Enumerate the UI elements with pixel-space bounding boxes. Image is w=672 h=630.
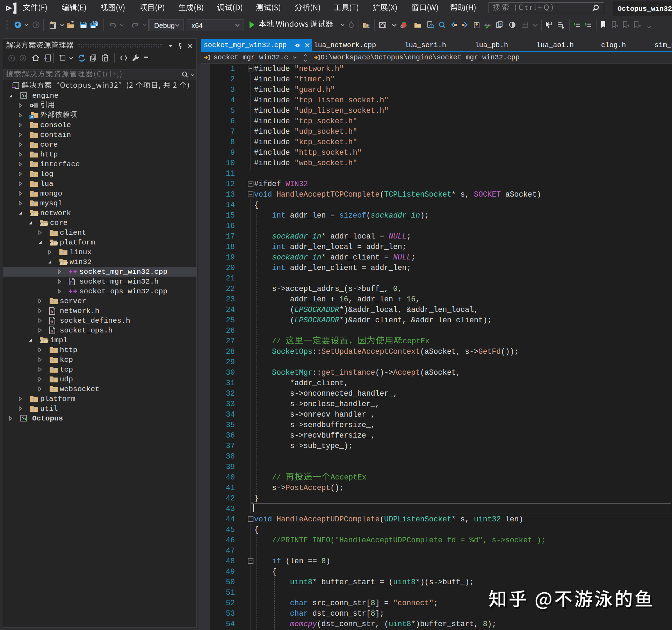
svg-text:h: h	[70, 280, 73, 284]
svg-text:h: h	[51, 309, 53, 314]
svg-text:abc: abc	[484, 22, 491, 27]
svg-text:h: h	[51, 329, 53, 333]
svg-text:h: h	[51, 319, 53, 323]
